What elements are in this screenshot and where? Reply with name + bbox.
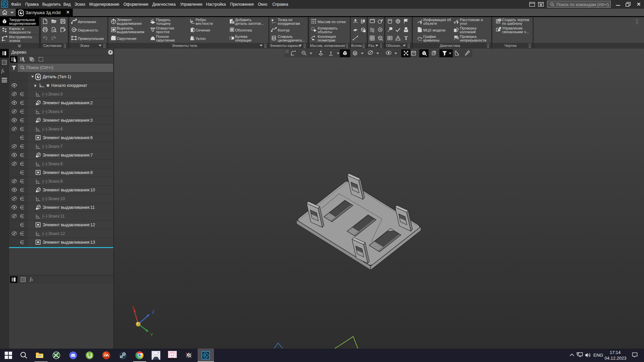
svg-text:Y: Y: [150, 332, 153, 337]
svg-text:12: 12: [14, 60, 16, 62]
svg-text:X: X: [132, 305, 135, 310]
svg-text:Z: Z: [152, 309, 155, 314]
